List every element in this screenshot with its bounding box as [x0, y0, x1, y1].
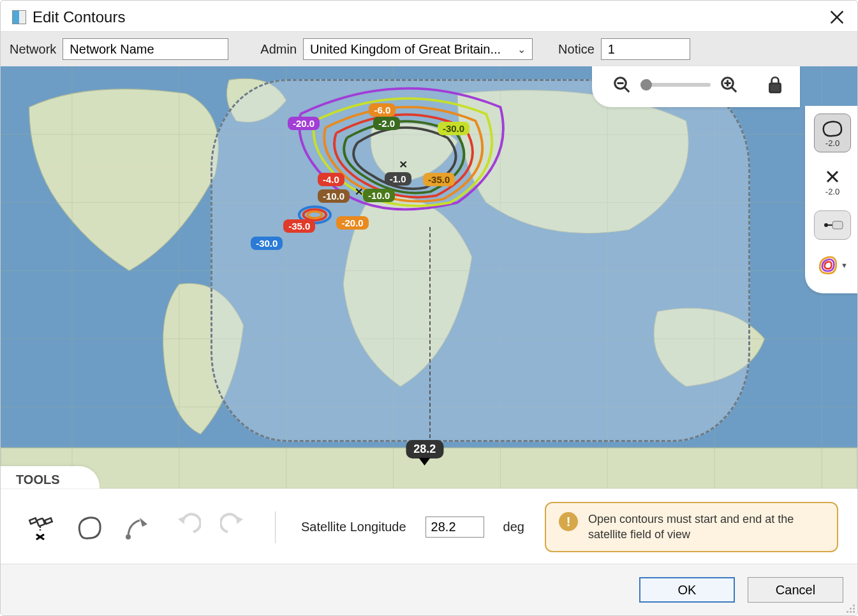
svg-line-23: [625, 87, 630, 92]
dialog-footer: OK Cancel: [1, 564, 857, 615]
zoom-out-icon[interactable]: [612, 75, 632, 94]
contour-label[interactable]: -35.0: [283, 219, 315, 233]
contour-label[interactable]: -20.0: [288, 117, 320, 130]
contour-label[interactable]: -1.0: [385, 172, 411, 186]
contour-label[interactable]: -10.0: [363, 189, 395, 202]
draw-contour-tool-button[interactable]: [75, 513, 104, 542]
warning-banner: ! Open contours must start and end at th…: [545, 502, 838, 552]
contour-level-value: -2.0: [825, 138, 840, 148]
cancel-button[interactable]: Cancel: [748, 577, 843, 603]
tools-panel: Satellite Longitude deg ! Open contours …: [1, 488, 857, 564]
svg-line-26: [732, 87, 737, 92]
close-icon[interactable]: [828, 8, 846, 26]
notice-input[interactable]: [601, 38, 690, 60]
svg-rect-29: [769, 84, 780, 92]
satellite-longitude-marker[interactable]: 28.2: [406, 440, 443, 466]
edit-point-tool-button[interactable]: [123, 513, 152, 542]
ok-button[interactable]: OK: [639, 577, 735, 603]
svg-point-17: [307, 212, 322, 219]
network-input[interactable]: [63, 38, 228, 60]
satellite-tool-button[interactable]: [26, 513, 55, 542]
zoom-panel: [592, 66, 800, 107]
tools-panel-title: TOOLS: [1, 466, 100, 488]
network-label: Network: [10, 42, 56, 57]
svg-rect-37: [37, 518, 45, 526]
cross-point-value: -2.0: [825, 187, 840, 196]
satellite-longitude-input[interactable]: [425, 517, 484, 538]
redo-button[interactable]: [220, 513, 249, 542]
svg-rect-35: [29, 518, 36, 524]
map-area[interactable]: -20.0-6.0-2.0-30.0-4.0-1.0-35.0-10.0-10.…: [1, 66, 857, 488]
resize-grip-icon[interactable]: [845, 603, 855, 613]
notice-label: Notice: [558, 42, 595, 57]
svg-rect-36: [45, 518, 52, 524]
header-fields: Network Admin United Kingdom of Great Br…: [1, 31, 857, 66]
contour-label[interactable]: -2.0: [373, 117, 400, 130]
contour-label[interactable]: -30.0: [251, 237, 283, 250]
contour-level-button[interactable]: -2.0: [814, 114, 851, 152]
chevron-down-icon: ⌄: [517, 43, 526, 55]
warning-icon: !: [559, 512, 578, 531]
contour-curves: [1, 66, 857, 488]
contour-label[interactable]: -4.0: [318, 173, 344, 186]
window-title: Edit Contours: [33, 8, 828, 26]
longitude-unit: deg: [503, 520, 524, 534]
zoom-in-icon[interactable]: [720, 75, 739, 94]
contour-label[interactable]: -30.0: [438, 122, 470, 135]
dropdown-triangle-icon: ▼: [841, 261, 848, 269]
svg-rect-34: [832, 221, 843, 229]
contour-label[interactable]: -20.0: [336, 216, 368, 230]
svg-point-41: [126, 534, 131, 539]
satellite-longitude-label: Satellite Longitude: [301, 520, 406, 534]
contour-label[interactable]: -35.0: [423, 173, 455, 186]
satellite-longitude-value: 28.2: [406, 440, 443, 458]
app-icon: [12, 10, 26, 24]
admin-select[interactable]: United Kingdom of Great Britain... ⌄: [303, 38, 533, 60]
label-toggle-button[interactable]: [814, 210, 851, 240]
admin-label: Admin: [260, 42, 297, 57]
side-tools: -2.0 -2.0 ▼: [805, 106, 857, 293]
contour-label[interactable]: -10.0: [318, 189, 350, 203]
titlebar: Edit Contours: [1, 1, 857, 31]
zoom-slider[interactable]: [640, 83, 711, 87]
cross-point-button[interactable]: -2.0: [814, 163, 851, 200]
warning-message: Open contours must start and end at the …: [588, 512, 824, 542]
contour-label[interactable]: -6.0: [369, 103, 396, 117]
contour-style-button[interactable]: ▼: [814, 250, 851, 281]
separator: [275, 511, 276, 543]
undo-button[interactable]: [172, 513, 201, 542]
lock-icon[interactable]: [767, 75, 783, 94]
admin-value: United Kingdom of Great Britain...: [310, 42, 501, 57]
marker-triangle-icon: [419, 458, 431, 466]
